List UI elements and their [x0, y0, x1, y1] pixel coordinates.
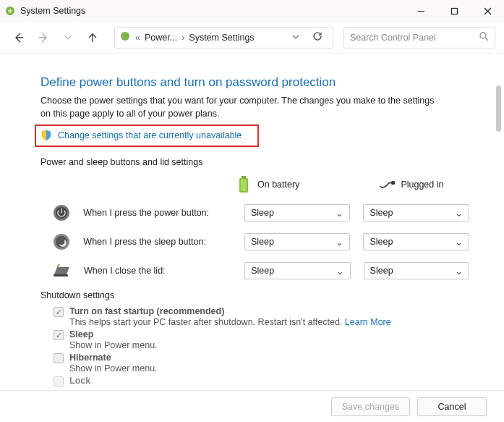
highlight-box: Change settings that are currently unava…	[35, 125, 259, 147]
svg-rect-16	[54, 274, 68, 277]
col-battery-label: On battery	[257, 180, 299, 190]
chk-lock: Lock	[40, 376, 469, 387]
content-area: Define power buttons and turn on passwor…	[0, 54, 504, 390]
location-icon	[119, 30, 131, 44]
close-lid-battery-select[interactable]: Sleep⌄	[244, 262, 350, 279]
chk-fast-startup: Turn on fast startup (recommended) This …	[40, 306, 469, 327]
chk-hibernate: Hibernate Show in Power menu.	[40, 353, 469, 374]
power-button-icon	[52, 203, 70, 222]
laptop-lid-icon	[52, 261, 71, 280]
back-button[interactable]	[9, 28, 29, 48]
chevron-down-icon: ⌄	[336, 237, 343, 248]
address-bar[interactable]: « Power... › System Settings	[114, 27, 333, 48]
toolbar: « Power... › System Settings	[0, 22, 504, 54]
chk-title: Turn on fast startup (recommended)	[69, 306, 224, 316]
chevron-down-icon: ⌄	[455, 266, 463, 277]
search-box[interactable]	[343, 27, 495, 48]
scrollbar-thumb[interactable]	[496, 85, 501, 132]
chk-title: Hibernate	[69, 353, 111, 363]
minimize-button[interactable]	[404, 0, 437, 22]
chk-title: Lock	[69, 376, 90, 386]
address-dropdown[interactable]	[289, 33, 302, 43]
chk-sub: This helps start your PC faster after sh…	[69, 317, 342, 327]
row-label: When I press the sleep button:	[83, 237, 231, 247]
footer: Save changes Cancel	[0, 390, 504, 422]
row-close-lid: When I close the lid: Sleep⌄ Sleep⌄	[40, 261, 469, 280]
row-label: When I close the lid:	[84, 266, 231, 276]
sleep-button-plugged-select[interactable]: Sleep⌄	[363, 233, 469, 250]
chevron-down-icon: ⌄	[336, 266, 344, 277]
sleep-button-battery-select[interactable]: Sleep⌄	[244, 233, 351, 250]
save-changes-button[interactable]: Save changes	[331, 397, 410, 416]
checkbox-lock[interactable]	[54, 376, 64, 387]
app-icon	[4, 5, 16, 17]
plug-icon	[379, 174, 395, 195]
column-headers: On battery Plugged in	[40, 174, 469, 195]
close-lid-plugged-select[interactable]: Sleep⌄	[364, 262, 469, 279]
chevron-down-icon: ⌄	[455, 237, 463, 248]
chk-sleep: Sleep Show in Power menu.	[40, 329, 469, 350]
breadcrumb-system-settings[interactable]: System Settings	[189, 33, 254, 43]
up-button[interactable]	[82, 28, 103, 48]
battery-icon	[236, 174, 252, 195]
svg-rect-11	[392, 182, 396, 185]
svg-point-5	[121, 32, 129, 41]
shield-icon	[40, 130, 52, 141]
svg-point-6	[480, 33, 486, 38]
col-plugged-label: Plugged in	[401, 180, 443, 190]
learn-more-link[interactable]: Learn More	[345, 317, 391, 327]
breadcrumb-prefix: «	[135, 33, 140, 43]
row-sleep-button: When I press the sleep button: Sleep⌄ Sl…	[40, 232, 469, 251]
power-button-plugged-select[interactable]: Sleep⌄	[363, 204, 469, 221]
sleep-button-icon	[52, 232, 70, 251]
svg-rect-10	[241, 180, 247, 191]
chk-sub: Show in Power menu.	[69, 363, 158, 374]
checkbox-hibernate[interactable]	[54, 353, 64, 363]
chk-title: Sleep	[69, 329, 93, 339]
recent-dropdown[interactable]	[58, 28, 78, 48]
change-settings-link[interactable]: Change settings that are currently unava…	[58, 130, 242, 140]
row-label: When I press the power button:	[83, 208, 231, 218]
window-title: System Settings	[20, 6, 85, 16]
cancel-button[interactable]: Cancel	[417, 397, 487, 416]
checkbox-fast-startup[interactable]	[54, 307, 64, 317]
chevron-down-icon: ⌄	[455, 208, 463, 219]
svg-line-7	[485, 38, 488, 41]
checkbox-sleep[interactable]	[54, 330, 64, 340]
maximize-button[interactable]	[437, 0, 471, 22]
svg-rect-8	[242, 176, 246, 178]
page-description: Choose the power settings that you want …	[40, 94, 445, 120]
chk-sub: Show in Power menu.	[69, 340, 158, 350]
row-power-button: When I press the power button: Sleep⌄ Sl…	[40, 203, 469, 222]
page-heading: Define power buttons and turn on passwor…	[40, 75, 469, 90]
close-button[interactable]	[471, 0, 504, 22]
shutdown-settings-header: Shutdown settings	[40, 290, 469, 300]
titlebar: System Settings	[0, 0, 504, 22]
forward-button[interactable]	[33, 28, 54, 48]
breadcrumb-power[interactable]: Power...	[145, 33, 177, 43]
search-icon	[479, 31, 489, 43]
power-button-battery-select[interactable]: Sleep⌄	[244, 204, 351, 221]
section-label: Power and sleep buttons and lid settings	[40, 157, 469, 167]
search-input[interactable]	[350, 33, 489, 43]
refresh-button[interactable]	[307, 31, 328, 43]
chevron-right-icon: ›	[181, 33, 184, 43]
chevron-down-icon: ⌄	[336, 208, 343, 219]
svg-rect-2	[451, 8, 457, 14]
